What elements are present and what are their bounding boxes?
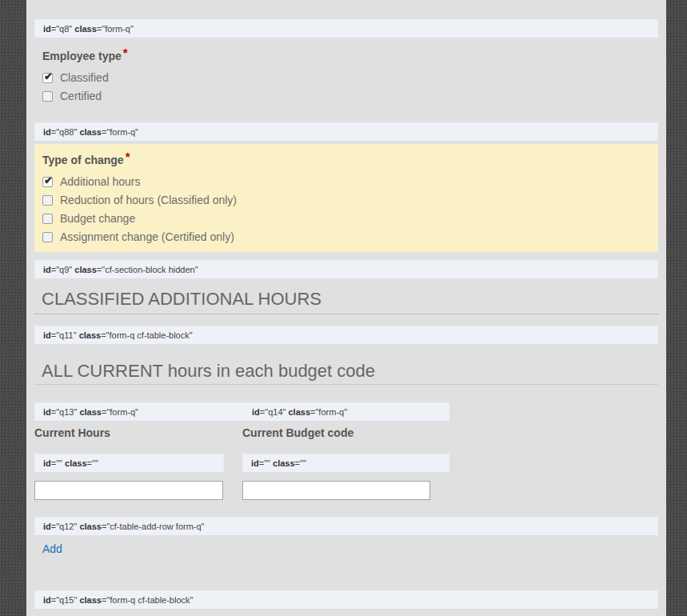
bar-id-label: id [43,330,51,340]
question-title-text: Employee type [42,50,122,62]
bar-class-label: class [79,127,102,137]
bar-class-value: ="form-q" [97,24,134,34]
bar-class-value: ="" [295,458,306,468]
checkbox-label: Assignment change (Certified only) [60,231,234,243]
bar-class-value: ="cf-section-block hidden" [97,265,198,274]
bar-class-value: ="form-q" [310,407,347,417]
bar-class-label: class [65,458,87,468]
bar-class-value: ="form-q cf-table-block" [102,595,194,605]
bar-id-value: ="q88" [51,127,78,137]
checkbox-option-budget-change[interactable]: Budget change [42,213,650,225]
bar-id-value: ="q9" [51,265,72,274]
code-annotation-bar-q9: id="q9" class="cf-section-block hidden" [34,260,658,279]
bar-id-value: ="q8" [51,24,72,34]
code-annotation-bar-q88: id="q88" class="form-q" [34,122,658,142]
question-employee-type: Employee type* Classified Certified [34,38,658,102]
bar-id-label: id [43,522,51,531]
checkbox-label: Budget change [60,213,135,225]
checkbox-option-assignment-change[interactable]: Assignment change (Certified only) [42,231,650,243]
code-annotation-bar-empty-right: id="" class="" [242,454,449,473]
column-label: Current Hours [34,427,242,438]
code-annotation-bar-q8: id="q8" class="form-q" [34,19,658,38]
add-row-link[interactable]: Add [42,543,62,555]
bar-id-value: ="q13" [51,407,78,417]
question-title: Employee type* [42,46,658,62]
bar-id-label: id [43,265,51,274]
bar-class-value: ="form-q cf-table-block" [101,330,193,340]
checkbox[interactable] [42,177,53,187]
bar-id-value: ="" [259,458,270,468]
bar-class-label: class [74,24,97,34]
bar-id-label: id [43,407,51,417]
section-heading-classified-additional-hours: CLASSIFIED ADDITIONAL HOURS [34,279,658,314]
bar-id-label: id [43,24,51,34]
bar-class-value: ="form-q" [102,127,138,137]
bar-id-value: ="q12" [51,522,78,531]
checkbox[interactable] [42,73,53,83]
bar-id-value: ="" [51,458,62,468]
bar-class-label: class [79,595,102,605]
bar-class-label: class [74,265,97,274]
checkbox-label: Reduction of hours (Classified only) [60,194,237,206]
checkbox[interactable] [42,195,53,206]
bar-class-label: class [79,330,102,340]
bar-id-value: ="q14" [260,407,286,417]
bar-id-label: id [43,458,51,468]
table-column-current-hours: Current Hours id="" class="" [34,422,242,500]
bar-id-label: id [43,595,51,605]
required-asterisk: * [123,46,128,59]
bar-class-value: ="" [87,458,98,468]
bar-class-label: class [289,407,311,417]
bar-id-value: ="q11" [51,330,77,340]
checkbox-option-additional-hours[interactable]: Additional hours [42,176,650,188]
code-annotation-bar-empty-left: id="" class="" [34,454,224,473]
checkbox-option-certified[interactable]: Certified [42,90,658,102]
bar-class-label: class [79,522,102,531]
bar-class-value: ="form-q" [102,407,138,417]
checkbox-option-classified[interactable]: Classified [42,72,658,84]
table-heading-all-current-hours: ALL CURRENT hours in each budget code [34,345,658,385]
checkbox-label: Additional hours [60,176,140,188]
required-asterisk: * [126,150,130,163]
checkbox-label: Certified [60,90,102,102]
checkbox-option-reduction-of-hours[interactable]: Reduction of hours (Classified only) [42,194,650,206]
question-type-of-change-highlighted: Type of change* Additional hours Reducti… [34,144,658,252]
table-row: Current Hours id="" class="" Current Bud… [34,422,658,500]
bar-id-value: ="q15" [51,595,78,605]
bar-id-label: id [43,127,51,137]
checkbox[interactable] [42,91,53,102]
bar-id-label: id [252,407,260,417]
code-annotation-bar-q15: id="q15" class="form-q cf-table-block" [34,590,658,610]
checkbox[interactable] [42,214,53,224]
form-preview-page: id="q8" class="form-q" Employee type* Cl… [26,0,666,616]
bar-id-label: id [251,458,259,468]
code-annotation-bar-q12: id="q12" class="cf-table-add-row form-q" [34,517,658,536]
code-annotation-q14: id="q14" class="form-q" [250,407,347,417]
question-title-text: Type of change [42,154,124,166]
code-annotation-bar-q11: id="q11" class="form-q cf-table-block" [34,326,658,345]
desktop-background: { "colors": { "frame": "#474747", "pageb… [0,0,687,616]
bar-class-label: class [79,407,102,417]
bar-class-value: ="cf-table-add-row form-q" [102,522,205,531]
checkbox[interactable] [42,232,53,242]
code-annotation-bar-q13-q14: id="q13" class="form-q" id="q14" class="… [34,402,449,422]
current-budget-code-input[interactable] [242,481,430,500]
checkbox-label: Classified [60,72,109,84]
code-annotation-q13: id="q13" class="form-q" [43,403,250,421]
bar-class-label: class [273,458,295,468]
table-column-current-budget-code: Current Budget code id="" class="" [242,422,449,500]
current-hours-input[interactable] [34,481,223,500]
column-label: Current Budget code [242,427,449,438]
question-title: Type of change* [42,150,650,166]
